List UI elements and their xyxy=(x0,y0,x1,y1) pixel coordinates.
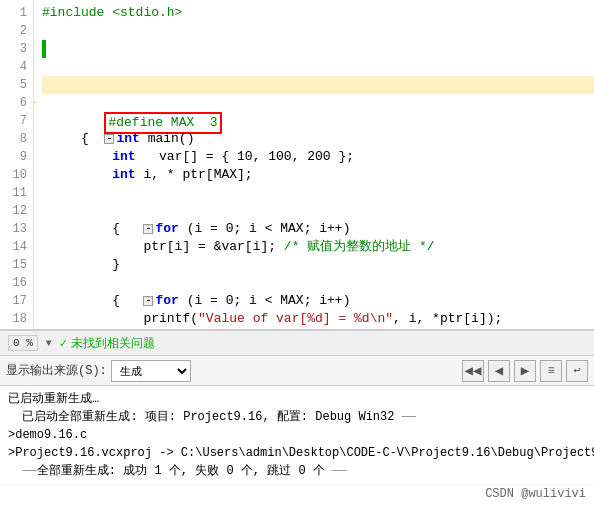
code-area: 1 2 3 4 5 6 7 8 9 10 11 12 13 14 15 16 1… xyxy=(0,0,594,329)
code-line-11 xyxy=(42,184,594,202)
code-line-17: { xyxy=(42,292,594,310)
output-source-select[interactable]: 生成 调试 错误 xyxy=(111,360,191,382)
code-line-3: ▶ //const int MAX = 3; xyxy=(42,40,594,58)
code-line-14: ptr[i] = &var[i]; /* 赋值为整数的地址 */ xyxy=(42,238,594,256)
output-footer: CSDN @wulivivi xyxy=(0,484,594,503)
code-line-12: -for (i = 0; i < MAX; i++) xyxy=(42,202,594,220)
code-line-19: } xyxy=(42,328,594,329)
toolbar-btn-clear[interactable]: ↩ xyxy=(566,360,588,382)
status-bar: 0 % ▼ ✓ 未找到相关问题 xyxy=(0,330,594,356)
code-line-2 xyxy=(42,22,594,40)
output-source-label: 显示输出来源(S): xyxy=(6,362,107,379)
status-text: 未找到相关问题 xyxy=(71,335,155,352)
output-panel: 显示输出来源(S): 生成 调试 错误 ◀◀ ◀ ▶ ≡ ↩ 已启动重新生成… … xyxy=(0,356,594,503)
code-line-7: -int main() xyxy=(42,112,594,130)
code-content[interactable]: #include <stdio.h> ▶ //const int MAX = 3… xyxy=(34,0,594,329)
code-line-1: #include <stdio.h> xyxy=(42,4,594,22)
check-icon: ✓ xyxy=(60,336,67,351)
output-toolbar: 显示输出来源(S): 生成 调试 错误 ◀◀ ◀ ▶ ≡ ↩ xyxy=(0,356,594,386)
output-line-3: >demo9.16.c xyxy=(8,426,586,444)
code-line-8: { xyxy=(42,130,594,148)
code-line-9: int var[] = { 10, 100, 200 }; xyxy=(42,148,594,166)
toolbar-btn-prev[interactable]: ◀ xyxy=(488,360,510,382)
code-line-10: int i, * ptr[MAX]; xyxy=(42,166,594,184)
output-line-2: 已启动全部重新生成: 项目: Project9.16, 配置: Debug Wi… xyxy=(8,408,586,426)
zoom-level[interactable]: 0 % xyxy=(8,335,38,351)
output-line-4: >Project9.16.vcxproj -> C:\Users\admin\D… xyxy=(8,444,586,462)
toolbar-btn-next[interactable]: ▶ xyxy=(514,360,536,382)
zoom-arrow[interactable]: ▼ xyxy=(46,338,52,349)
code-line-15: } xyxy=(42,256,594,274)
footer-branding: CSDN @wulivivi xyxy=(485,487,586,501)
code-line-13: { xyxy=(42,220,594,238)
output-content[interactable]: 已启动重新生成… 已启动全部重新生成: 项目: Project9.16, 配置:… xyxy=(0,386,594,484)
code-line-6 xyxy=(42,94,594,112)
toolbar-btn-list[interactable]: ≡ xyxy=(540,360,562,382)
code-editor: 1 2 3 4 5 6 7 8 9 10 11 12 13 14 15 16 1… xyxy=(0,0,594,330)
status-check: ✓ 未找到相关问题 xyxy=(60,335,155,352)
code-line-18: printf("Value of var[%d] = %d\n", i, *pt… xyxy=(42,310,594,328)
code-line-4 xyxy=(42,58,594,76)
output-line-1: 已启动重新生成… xyxy=(8,390,586,408)
toolbar-btn-prev-prev[interactable]: ◀◀ xyxy=(462,360,484,382)
line-numbers: 1 2 3 4 5 6 7 8 9 10 11 12 13 14 15 16 1… xyxy=(0,0,34,329)
code-line-16: -for (i = 0; i < MAX; i++) xyxy=(42,274,594,292)
code-line-5: ► #define MAX 3 xyxy=(42,76,594,94)
output-line-5: ——全部重新生成: 成功 1 个, 失败 0 个, 跳过 0 个 —— xyxy=(8,462,586,480)
